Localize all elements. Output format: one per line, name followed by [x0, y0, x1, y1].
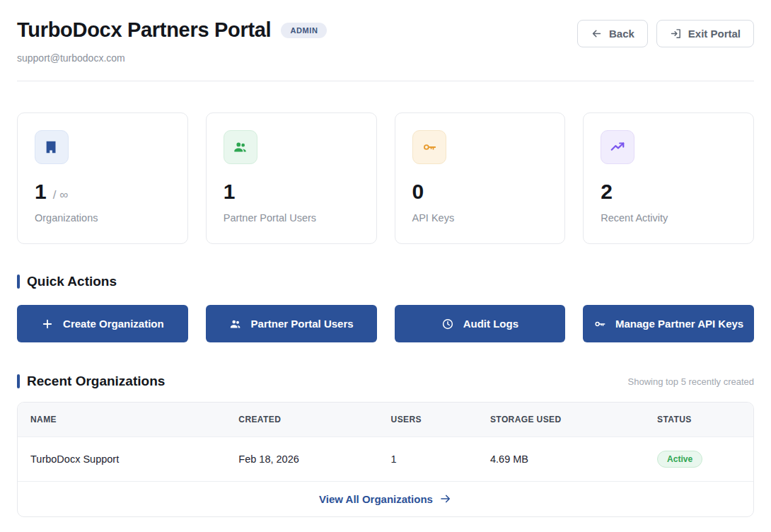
- users-icon: [229, 318, 242, 330]
- stat-value: 2: [601, 180, 736, 204]
- stat-suffix: / ∞: [53, 188, 69, 202]
- stat-label: API Keys: [412, 212, 548, 224]
- title-row: TurboDocx Partners Portal ADMIN: [17, 18, 327, 42]
- view-all-label: View All Organizations: [319, 493, 433, 505]
- quick-actions-title: Quick Actions: [17, 274, 754, 289]
- trending-up-icon: [601, 130, 634, 164]
- exit-icon: [670, 28, 682, 40]
- column-header-name: Name: [18, 403, 226, 437]
- header-divider: [17, 81, 754, 81]
- page-title: TurboDocx Partners Portal: [17, 18, 271, 42]
- arrow-right-icon: [439, 492, 452, 505]
- header-actions: Back Exit Portal: [577, 20, 754, 47]
- partner-portal-users-button[interactable]: Partner Portal Users: [206, 305, 377, 342]
- stat-card-organizations: 1 / ∞ Organizations: [17, 112, 188, 244]
- column-header-storage: Storage Used: [477, 403, 644, 437]
- stat-number: 0: [412, 180, 424, 204]
- partners-portal-page: TurboDocx Partners Portal ADMIN support@…: [0, 0, 771, 532]
- button-label: Partner Portal Users: [251, 318, 354, 330]
- column-header-status: Status: [644, 403, 753, 437]
- arrow-left-icon: [591, 28, 603, 40]
- stat-label: Partner Portal Users: [224, 212, 359, 224]
- status-badge: Active: [657, 451, 702, 468]
- stat-card-recent-activity: 2 Recent Activity: [583, 112, 754, 244]
- view-all-organizations-link[interactable]: View All Organizations: [319, 492, 452, 505]
- building-icon: [35, 130, 69, 164]
- stat-number: 1: [35, 180, 47, 204]
- page-header: TurboDocx Partners Portal ADMIN support@…: [17, 18, 754, 64]
- org-created-cell: Feb 18, 2026: [226, 437, 378, 482]
- stat-number: 1: [224, 180, 236, 204]
- org-storage-cell: 4.69 MB: [477, 437, 644, 482]
- user-email: support@turbodocx.com: [17, 52, 327, 64]
- button-label: Create Organization: [63, 318, 164, 330]
- quick-actions-section: Quick Actions Create Organization Partne…: [17, 274, 754, 342]
- org-users-cell: 1: [378, 437, 477, 482]
- clock-history-icon: [441, 318, 454, 330]
- recent-organizations-title: Recent Organizations: [17, 374, 165, 389]
- button-label: Manage Partner API Keys: [615, 318, 743, 330]
- column-header-created: Created: [226, 403, 378, 437]
- audit-logs-button[interactable]: Audit Logs: [395, 305, 566, 342]
- org-name-cell: TurboDocx Support: [18, 437, 226, 482]
- stat-card-api-keys: 0 API Keys: [395, 112, 566, 244]
- section-accent-bar: [17, 374, 20, 388]
- back-button[interactable]: Back: [577, 20, 648, 47]
- admin-badge: ADMIN: [281, 23, 327, 38]
- section-title-text: Quick Actions: [27, 274, 117, 289]
- manage-api-keys-button[interactable]: Manage Partner API Keys: [583, 305, 754, 342]
- column-header-users: Users: [378, 403, 477, 437]
- quick-actions-grid: Create Organization Partner Portal Users…: [17, 305, 754, 342]
- section-accent-bar: [17, 274, 20, 289]
- table-footer: View All Organizations: [18, 481, 753, 516]
- stat-number: 2: [601, 180, 613, 204]
- table-row[interactable]: TurboDocx Support Feb 18, 2026 1 4.69 MB…: [18, 437, 753, 482]
- key-icon: [412, 130, 446, 164]
- section-title-text: Recent Organizations: [27, 374, 165, 389]
- stat-card-portal-users: 1 Partner Portal Users: [206, 112, 377, 244]
- stat-label: Recent Activity: [601, 212, 736, 224]
- exit-portal-button[interactable]: Exit Portal: [656, 20, 754, 47]
- stat-label: Organizations: [35, 212, 170, 224]
- key-icon: [593, 318, 606, 330]
- stat-value: 0: [412, 180, 548, 204]
- stats-row: 1 / ∞ Organizations 1 Partner Portal Use…: [17, 112, 754, 244]
- organizations-table: Name Created Users Storage Used Status T…: [18, 403, 753, 481]
- recent-organizations-header: Recent Organizations Showing top 5 recen…: [17, 374, 754, 389]
- organizations-table-card: Name Created Users Storage Used Status T…: [17, 402, 754, 517]
- back-button-label: Back: [609, 28, 634, 40]
- plus-icon: [41, 318, 54, 330]
- stat-value: 1: [224, 180, 359, 204]
- header-left: TurboDocx Partners Portal ADMIN support@…: [17, 18, 327, 64]
- users-icon: [224, 130, 257, 164]
- org-status-cell: Active: [644, 437, 753, 482]
- stat-value: 1 / ∞: [35, 180, 170, 204]
- table-header-row: Name Created Users Storage Used Status: [18, 403, 753, 437]
- exit-portal-label: Exit Portal: [688, 28, 741, 40]
- recent-organizations-subtitle: Showing top 5 recently created: [628, 376, 755, 387]
- button-label: Audit Logs: [463, 318, 518, 330]
- recent-organizations-section: Recent Organizations Showing top 5 recen…: [17, 374, 754, 517]
- create-organization-button[interactable]: Create Organization: [17, 305, 188, 342]
